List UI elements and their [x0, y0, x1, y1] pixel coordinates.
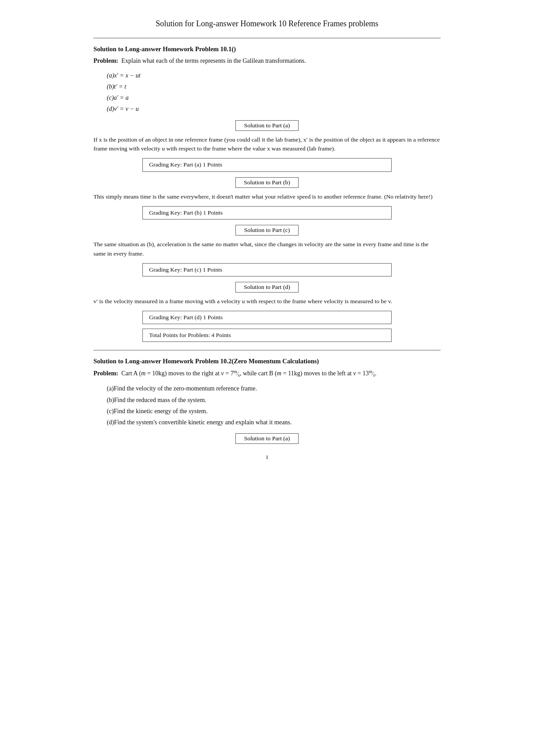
solution-2-part-a-button[interactable]: Solution to Part (a) — [235, 433, 298, 444]
problem-10-2-header: Solution to Long-answer Homework Problem… — [93, 357, 441, 366]
solution-part-b-button[interactable]: Solution to Part (b) — [235, 177, 299, 188]
solution-a-row: Solution to Part (a) — [93, 120, 441, 131]
solution-part-c-button[interactable]: Solution to Part (c) — [235, 225, 298, 236]
middle-divider — [93, 350, 441, 350]
total-points-box: Total Points for Problem: 4 Points — [142, 329, 392, 342]
eq-d: (d)v′ = v − u — [107, 103, 441, 114]
problem-10-2-desc: Problem: Cart A (m = 10kg) moves to the … — [93, 368, 441, 378]
sub-item-2d: (d)Find the system's convertible kinetic… — [107, 417, 441, 428]
problem-label-2: Problem: — [93, 370, 118, 377]
body-text-d: v′ is the velocity measured in a frame m… — [93, 297, 441, 306]
sub-item-2b: (b)Find the reduced mass of the system. — [107, 394, 441, 406]
problem-2-text: Cart A (m = 10kg) moves to the right at … — [121, 370, 376, 377]
top-divider — [93, 38, 441, 38]
sub-list-2: (a)Find the velocity of the zero-momentu… — [107, 383, 441, 428]
problem-10-1-section: Solution to Long-answer Homework Problem… — [93, 45, 441, 342]
page-number: 1 — [93, 453, 441, 462]
problem-label-1: Problem: — [93, 57, 118, 64]
grading-key-b: Grading Key: Part (b) 1 Points — [142, 206, 392, 219]
grading-key-c: Grading Key: Part (c) 1 Points — [142, 263, 392, 276]
problem-10-1-header: Solution to Long-answer Homework Problem… — [93, 45, 441, 54]
solution-c-row: Solution to Part (c) — [93, 225, 441, 236]
solution-part-a-button[interactable]: Solution to Part (a) — [235, 120, 298, 131]
body-text-a: If x is the position of an object in one… — [93, 135, 441, 154]
solution-d-row: Solution to Part (d) — [93, 282, 441, 293]
solution-2a-row: Solution to Part (a) — [93, 433, 441, 444]
grading-key-a: Grading Key: Part (a) 1 Points — [142, 158, 392, 171]
body-text-b: This simply means time is the same every… — [93, 192, 441, 202]
equations-block: (a)x′ = x − ut (b)t′ = t (c)a′ = a (d)v′… — [107, 70, 441, 115]
problem-1-text: Explain what each of the terms represent… — [121, 57, 306, 64]
eq-b: (b)t′ = t — [107, 81, 441, 92]
eq-c: (c)a′ = a — [107, 92, 441, 103]
sub-item-2a: (a)Find the velocity of the zero-momentu… — [107, 383, 441, 394]
page-title: Solution for Long-answer Homework 10 Ref… — [93, 18, 441, 30]
solution-part-d-button[interactable]: Solution to Part (d) — [235, 282, 299, 293]
grading-key-d: Grading Key: Part (d) 1 Points — [142, 311, 392, 324]
problem-10-2-section: Solution to Long-answer Homework Problem… — [93, 357, 441, 444]
solution-b-row: Solution to Part (b) — [93, 177, 441, 188]
eq-a: (a)x′ = x − ut — [107, 70, 441, 81]
problem-10-1-desc: Problem: Explain what each of the terms … — [93, 56, 441, 65]
sub-item-2c: (c)Find the kinetic energy of the system… — [107, 406, 441, 417]
body-text-c: The same situation as (b), acceleration … — [93, 240, 441, 259]
